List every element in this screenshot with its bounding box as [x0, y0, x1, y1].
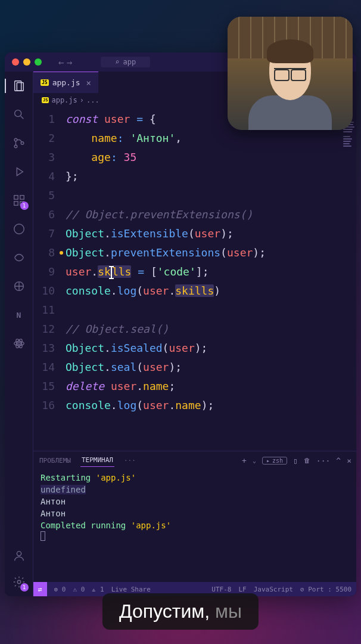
maximize-window-icon[interactable] [35, 58, 42, 66]
breadcrumb-file: app.js [51, 96, 77, 104]
status-port[interactable]: ⊘ Port : 5500 [300, 586, 351, 593]
svg-point-2 [14, 110, 21, 117]
panel-maximize-icon[interactable]: ^ [336, 456, 341, 465]
nx-icon[interactable]: N [12, 308, 26, 322]
breadcrumb-more: ... [86, 96, 99, 104]
extensions-badge: 1 [20, 202, 29, 210]
svg-point-13 [18, 342, 20, 345]
svg-rect-8 [20, 196, 23, 199]
svg-point-6 [21, 142, 24, 145]
svg-rect-7 [14, 196, 17, 199]
js-file-icon: JS [42, 97, 49, 103]
svg-point-11 [14, 224, 24, 234]
svg-point-5 [14, 145, 17, 148]
caption-word: мы [215, 600, 242, 622]
activity-bar: 1 N 1 [5, 72, 33, 596]
svg-rect-9 [14, 202, 17, 205]
panel-more-icon[interactable]: ··· [316, 456, 330, 465]
svg-rect-1 [17, 83, 23, 91]
liveserver-icon[interactable] [12, 279, 26, 293]
panel-tab-terminal[interactable]: ТЕРМИНАЛ [80, 454, 114, 467]
tab-app-js[interactable]: JS app.js × [33, 72, 98, 93]
close-tab-icon[interactable]: × [86, 78, 91, 88]
atom-icon[interactable] [12, 336, 26, 351]
extensions-icon[interactable]: 1 [12, 193, 26, 208]
bottom-panel: ПРОБЛЕМЫ ТЕРМИНАЛ ··· + ⌄ ▸zsh ▯ 🗑 ··· ^… [33, 451, 356, 582]
status-language[interactable]: JavaScript [254, 586, 293, 593]
terminal-cursor [41, 531, 45, 541]
search-icon: ⌕ [115, 58, 119, 66]
panel-close-icon[interactable]: × [347, 456, 351, 465]
panel-tab-problems[interactable]: ПРОБЛЕМЫ [38, 454, 72, 467]
svg-point-17 [17, 552, 21, 556]
command-center[interactable]: ⌕ app [101, 57, 150, 67]
window-controls[interactable] [12, 58, 42, 66]
status-encoding[interactable]: UTF-8 [211, 586, 231, 593]
code-editor[interactable]: 12345678910111213141516 const user = { n… [33, 107, 356, 451]
status-liveshare[interactable]: Live Share [111, 586, 151, 593]
video-caption: Допустим, мы [102, 593, 259, 630]
nav-forward-icon[interactable]: → [67, 57, 73, 68]
debug-icon[interactable] [12, 165, 26, 179]
remote-indicator[interactable]: ⇄ [33, 582, 47, 596]
source-control-icon[interactable] [12, 136, 26, 150]
settings-icon[interactable]: 1 [12, 575, 26, 589]
js-file-icon: JS [41, 79, 49, 86]
minimize-window-icon[interactable] [23, 58, 30, 66]
share-icon[interactable] [12, 250, 26, 265]
status-warnings[interactable]: ⚠ 0 [73, 586, 85, 593]
close-window-icon[interactable] [12, 58, 19, 66]
terminal-profile[interactable]: ▸zsh [262, 457, 287, 465]
panel-tab-more[interactable]: ··· [123, 454, 137, 467]
search-text: app [123, 58, 136, 66]
webcam-overlay [228, 17, 353, 130]
svg-line-3 [20, 116, 23, 119]
editor-window: ← → ⌕ app 1 [5, 52, 356, 596]
panel-tabs: ПРОБЛЕМЫ ТЕРМИНАЛ ··· + ⌄ ▸zsh ▯ 🗑 ··· ^… [33, 451, 356, 469]
account-icon[interactable] [12, 549, 26, 563]
minimap[interactable] [342, 107, 356, 451]
kill-terminal-icon[interactable]: 🗑 [304, 457, 310, 465]
code-content[interactable]: const user = { name: 'Антон', age: 35 };… [66, 107, 342, 451]
caption-word: Допустим, [119, 600, 210, 622]
github-icon[interactable] [12, 222, 26, 236]
line-gutter: 12345678910111213141516 [33, 107, 66, 451]
svg-point-14 [14, 341, 24, 345]
tab-label: app.js [52, 78, 80, 87]
terminal-output[interactable]: Restarting 'app.js' undefined Антон Анто… [33, 469, 356, 582]
svg-point-18 [17, 580, 21, 584]
nav-back-icon[interactable]: ← [58, 57, 64, 68]
breadcrumb-sep: › [80, 96, 84, 104]
split-terminal-icon[interactable]: ▯ [293, 456, 298, 465]
status-eol[interactable]: LF [238, 586, 246, 593]
search-icon[interactable] [12, 107, 26, 122]
explorer-icon[interactable] [12, 79, 26, 93]
status-errors[interactable]: ⊗ 0 [54, 586, 66, 593]
svg-point-4 [14, 138, 17, 141]
text-cursor [111, 266, 112, 279]
settings-badge: 1 [20, 583, 29, 592]
nav-arrows: ← → [58, 57, 72, 68]
status-signal[interactable]: ⟁ 1 [92, 586, 104, 593]
new-terminal-icon[interactable]: + [242, 456, 247, 465]
